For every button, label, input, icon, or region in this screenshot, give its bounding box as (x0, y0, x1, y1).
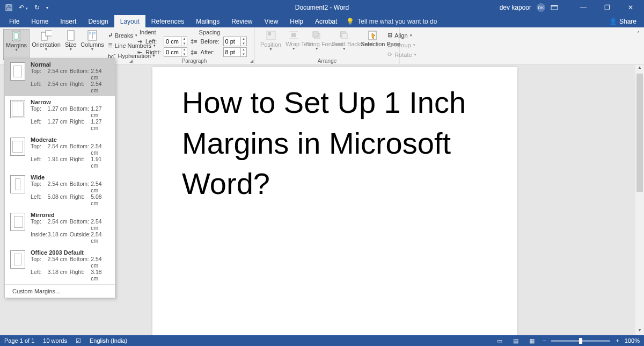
margins-option-mirrored[interactable]: MirroredTop:2.54 cmBottom:2.54 cmInside:… (5, 209, 115, 247)
page-indicator[interactable]: Page 1 of 1 (4, 337, 34, 344)
spinner-icon[interactable]: ▲▼ (240, 37, 247, 46)
tell-me-search[interactable]: 💡 Tell me what you want to do (346, 15, 437, 27)
tab-home[interactable]: Home (25, 15, 54, 27)
margins-icon (11, 31, 22, 41)
spacing-before-label: Before: (201, 38, 220, 45)
maximize-icon[interactable]: ❐ (598, 4, 616, 11)
group-icon: ⊡ (387, 41, 392, 48)
group-button: ⊡Group ▾ (387, 40, 416, 49)
close-icon[interactable]: ✕ (621, 4, 640, 11)
margin-preset-name: Wide (31, 174, 111, 181)
svg-rect-22 (313, 32, 318, 37)
orientation-icon (41, 30, 52, 41)
margins-option-moderate[interactable]: ModerateTop:2.54 cmBottom:2.54 cmLeft:1.… (5, 134, 115, 171)
margin-preset-icon (10, 175, 25, 193)
tab-help[interactable]: Help (284, 15, 309, 27)
ribbon-options-icon[interactable] (551, 5, 569, 10)
chevron-down-icon: ▾ (410, 33, 412, 38)
collapse-ribbon-icon[interactable]: ˄ (637, 31, 640, 37)
wrap-icon (288, 30, 299, 41)
share-icon: 👤 (609, 18, 617, 25)
group-label-arrange: Arrange (255, 58, 399, 64)
svg-rect-24 (342, 33, 347, 39)
custom-margins-button[interactable]: Custom Margins... (5, 284, 115, 298)
spacing-after-icon: ‡≡ (191, 49, 197, 55)
orientation-button[interactable]: Orientation ▼ (30, 29, 63, 60)
minimize-icon[interactable]: — (574, 4, 592, 11)
tab-review[interactable]: Review (225, 15, 258, 27)
user-name[interactable]: dev kapoor (500, 4, 531, 11)
position-icon (266, 30, 276, 41)
zoom-in-icon[interactable]: + (616, 337, 619, 344)
word-count[interactable]: 10 words (43, 337, 67, 344)
share-button[interactable]: 👤 Share (602, 15, 644, 27)
zoom-out-icon[interactable]: − (543, 337, 546, 344)
rotate-icon: ⟳ (387, 51, 392, 58)
indent-left-label: Left: (145, 38, 160, 45)
svg-rect-4 (551, 5, 558, 6)
send-backward-button: Send Backward▼ (330, 29, 358, 59)
spinner-icon[interactable]: ▲▼ (181, 47, 187, 57)
spacing-after-label: After: (201, 49, 220, 55)
svg-rect-18 (291, 33, 296, 37)
columns-button[interactable]: Columns ▼ (78, 29, 106, 60)
indent-left-icon: ⇥ (137, 38, 142, 45)
margin-preset-icon (10, 100, 25, 118)
margins-option-wide[interactable]: WideTop:2.54 cmBottom:2.54 cmLeft:5.08 c… (5, 171, 115, 209)
selection-pane-button[interactable]: Selection Pane (358, 29, 386, 59)
document-text[interactable]: How to Set Up 1 Inch Margins in Microsof… (182, 82, 488, 204)
spell-check-icon[interactable]: ☑ (76, 337, 81, 344)
scrollbar-thumb[interactable] (636, 74, 643, 192)
margin-preset-icon (10, 62, 25, 81)
vertical-scrollbar[interactable]: ▲ ▼ (635, 65, 644, 335)
chevron-down-icon: ▼ (69, 47, 72, 51)
share-label: Share (619, 18, 636, 25)
tab-references[interactable]: References (145, 15, 190, 27)
margins-option-narrow[interactable]: NarrowTop:1.27 cmBottom:1.27 cmLeft:1.27… (5, 96, 115, 134)
breaks-label: Breaks (115, 32, 133, 39)
status-bar: Page 1 of 1 10 words ☑ English (India) ▭… (0, 335, 644, 346)
page[interactable]: How to Set Up 1 Inch Margins in Microsof… (152, 67, 517, 335)
margins-option-office-2003-default[interactable]: Office 2003 DefaultTop:2.54 cmBottom:2.5… (5, 247, 115, 284)
size-button[interactable]: Size ▼ (63, 29, 78, 60)
align-button[interactable]: ⊞Align ▾ (387, 31, 416, 40)
title-bar: ↶ ▾ ↻ ▾ Document2 - Word dev kapoor DK —… (0, 0, 644, 15)
spinner-icon[interactable]: ▲▼ (240, 47, 247, 57)
send-backward-icon (339, 30, 349, 41)
save-icon[interactable] (5, 4, 12, 11)
read-mode-icon[interactable]: ▭ (494, 337, 505, 344)
tab-mailings[interactable]: Mailings (190, 15, 225, 27)
document-title: Document2 - Word (295, 4, 349, 11)
spinner-icon[interactable]: ▲▼ (181, 37, 187, 46)
margin-preset-icon (10, 250, 25, 269)
margin-preset-icon (10, 213, 25, 231)
tab-insert[interactable]: Insert (54, 15, 82, 27)
tab-layout[interactable]: Layout (114, 15, 145, 27)
margins-button[interactable]: Margins ▼ (3, 29, 30, 60)
web-layout-icon[interactable]: ▦ (526, 337, 537, 344)
qat-customize-icon[interactable]: ▾ (46, 5, 48, 10)
undo-icon[interactable]: ↶ ▾ (19, 4, 28, 11)
paragraph-launcher-icon[interactable]: ◢ (250, 59, 253, 63)
margins-option-normal[interactable]: NormalTop:2.54 cmBottom:2.54 cmLeft:2.54… (5, 59, 115, 96)
tab-file[interactable]: File (3, 15, 25, 27)
redo-icon[interactable]: ↻ (34, 4, 40, 11)
align-icon: ⊞ (387, 32, 392, 39)
scroll-down-icon[interactable]: ▼ (635, 328, 644, 335)
zoom-level[interactable]: 100% (625, 337, 640, 344)
margin-preset-icon (10, 138, 25, 156)
group-btn-label: Group (394, 42, 411, 48)
page-setup-launcher-icon[interactable]: ◢ (129, 59, 133, 63)
print-layout-icon[interactable]: ▤ (510, 337, 521, 344)
user-avatar[interactable]: DK (537, 3, 545, 12)
language-indicator[interactable]: English (India) (90, 337, 127, 344)
chevron-down-icon: ▼ (91, 47, 94, 51)
bring-forward-button: Bring Forward▼ (304, 29, 330, 59)
tab-acrobat[interactable]: Acrobat (309, 15, 343, 27)
tab-design[interactable]: Design (82, 15, 114, 27)
zoom-slider[interactable] (551, 340, 610, 342)
tab-view[interactable]: View (259, 15, 284, 27)
tell-me-label: Tell me what you want to do (357, 18, 437, 25)
scroll-up-icon[interactable]: ▲ (635, 65, 644, 73)
line-numbers-icon: ≣ (108, 42, 113, 49)
